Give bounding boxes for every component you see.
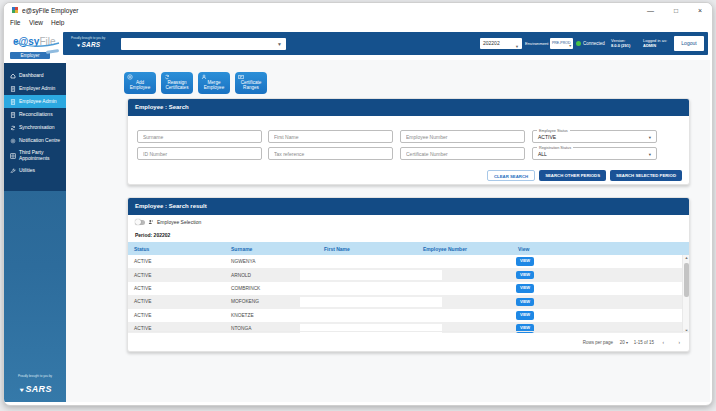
people-icon <box>148 219 154 225</box>
search-results-panel: Employee : Search result Employee Select… <box>127 197 690 352</box>
sidebar-item-employee-admin[interactable]: Employee Admin <box>4 95 66 108</box>
connected-status-icon <box>576 41 581 46</box>
search-selected-period-button[interactable]: SEARCH SELECTED PERIOD <box>610 170 682 181</box>
plus-circle-icon <box>127 74 133 80</box>
results-table-body: ACTIVENGWENYA VIEW ACTIVEARNOLD VIEW ACT… <box>128 255 689 333</box>
logged-in-info: Logged in as:ADMIN <box>643 38 667 48</box>
view-button[interactable]: VIEW <box>516 284 534 293</box>
tax-reference-input[interactable] <box>268 147 393 160</box>
app-icon <box>12 7 18 13</box>
table-row: ACTIVEMOFOKENG VIEW <box>128 295 689 308</box>
reassign-icon <box>164 74 170 80</box>
sidebar-item-utilities[interactable]: Utilities <box>4 164 66 177</box>
view-button[interactable]: VIEW <box>516 298 534 307</box>
close-button[interactable]: × <box>698 6 702 15</box>
add-employee-button[interactable]: AddEmployee <box>124 72 156 94</box>
employee-status-select[interactable]: Employee Status ACTIVE ▾ <box>532 130 657 143</box>
environment-label: Environment <box>525 41 549 46</box>
app-header: e@syFile Employer Proudly brought to you… <box>4 26 712 60</box>
sidebar: Dashboard Employer Admin Employee Admin … <box>4 63 66 402</box>
certificate-ranges-button[interactable]: CertificateRanges <box>235 72 267 94</box>
next-page-button[interactable]: › <box>679 340 681 345</box>
certificate-number-input[interactable] <box>400 147 525 160</box>
sidebar-item-dashboard[interactable]: Dashboard <box>4 69 66 82</box>
results-table-header: Status Surname First Name Employee Numbe… <box>128 242 689 255</box>
version-info: Version:8.0.0 (291) <box>611 38 630 48</box>
reassign-certificates-button[interactable]: ReassignCertificates <box>161 72 193 94</box>
first-name-input[interactable] <box>268 130 393 143</box>
chevron-down-icon: ▾ <box>649 152 651 157</box>
menu-help[interactable]: Help <box>51 19 64 26</box>
menu-file[interactable]: File <box>10 19 20 26</box>
sidebar-item-notification-centre[interactable]: Notification Centre <box>4 134 66 147</box>
previous-page-button[interactable]: ‹ <box>663 340 665 345</box>
menu-view[interactable]: View <box>29 19 43 26</box>
person-icon <box>201 74 207 80</box>
search-panel-title: Employee : Search <box>128 99 689 116</box>
header-blue-bar: Proudly brought to you by ▼SARS ▼ 202202… <box>63 32 708 55</box>
rows-per-page-select[interactable]: 20 ▾ <box>620 340 628 345</box>
sidebar-sars-logo: Proudly brought to you by ▼SARS <box>4 374 66 396</box>
sidebar-item-synchronisation[interactable]: Synchronisation <box>4 121 66 134</box>
chevron-down-icon: ▾ <box>626 340 628 345</box>
minimize-button[interactable]: — <box>647 6 654 15</box>
menu-bar: File View Help <box>4 17 712 26</box>
sync-icon <box>10 125 16 131</box>
scroll-up-icon: ▲ <box>683 255 689 260</box>
surname-input[interactable] <box>137 130 262 143</box>
toolbar: AddEmployee ReassignCertificates MergeEm… <box>124 72 267 94</box>
employer-select[interactable]: ▼ <box>121 38 286 50</box>
employee-search-panel: Employee : Search Employee Status ACTIVE… <box>127 98 690 185</box>
rows-per-page-label: Rows per page <box>583 340 613 345</box>
table-row: ACTIVENGWENYA VIEW <box>128 255 689 268</box>
results-panel-title: Employee : Search result <box>128 198 689 215</box>
logout-button[interactable]: Logout <box>674 36 704 51</box>
registration-status-select[interactable]: Registration Status ALL ▾ <box>532 147 657 160</box>
certificate-icon <box>238 74 244 80</box>
home-icon <box>10 73 16 79</box>
table-row: ACTIVEKNOETZE VIEW <box>128 309 689 322</box>
id-number-input[interactable] <box>137 147 262 160</box>
sidebar-item-reconciliations[interactable]: Reconciliations <box>4 108 66 121</box>
vertical-scrollbar[interactable]: ▲ ▼ <box>682 255 689 333</box>
gear-icon <box>10 138 16 144</box>
main-content: AddEmployee ReassignCertificates MergeEm… <box>66 60 710 402</box>
maximize-button[interactable]: □ <box>674 6 678 15</box>
chevron-down-icon: ▼ <box>515 41 519 52</box>
chevron-down-icon: ▾ <box>649 135 651 140</box>
window-title: e@syFile Employer <box>22 7 78 14</box>
employee-selection-toggle[interactable] <box>135 220 145 225</box>
document-icon <box>10 86 16 92</box>
period-label: Period: 202202 <box>135 232 170 238</box>
table-row: ACTIVECOMBRINCK VIEW <box>128 282 689 295</box>
search-other-periods-button[interactable]: SEARCH OTHER PERIODS <box>539 170 606 181</box>
merge-employee-button[interactable]: MergeEmployee <box>198 72 230 94</box>
employee-number-input[interactable] <box>400 130 525 143</box>
connection-status: Connected <box>583 41 605 46</box>
view-button[interactable]: VIEW <box>516 257 534 266</box>
table-row: ACTIVEARNOLD VIEW <box>128 268 689 281</box>
logo-swoosh <box>14 41 60 48</box>
environment-select[interactable]: PRE-PROD▼ <box>550 38 573 49</box>
redacted-area <box>300 270 442 280</box>
grid-icon <box>10 153 16 159</box>
clear-search-button[interactable]: CLEAR SEARCH <box>487 170 535 181</box>
view-button[interactable]: VIEW <box>516 271 534 280</box>
title-bar: e@syFile Employer — □ × <box>4 3 712 16</box>
chevron-down-icon: ▼ <box>569 41 572 52</box>
scrollbar-thumb <box>684 263 689 297</box>
view-button[interactable]: VIEW <box>516 311 534 320</box>
reconciliation-icon <box>10 112 16 118</box>
sars-logo: Proudly brought to you by ▼SARS <box>71 36 105 49</box>
app-window: e@syFile Employer — □ × File View Help e… <box>3 2 713 406</box>
period-select[interactable]: 202202▼ <box>480 38 522 49</box>
redacted-area <box>300 297 442 307</box>
sidebar-item-employer-admin[interactable]: Employer Admin <box>4 82 66 95</box>
employee-selection-label: Employee Selection <box>157 219 201 225</box>
pagination-range: 1-15 of 15 <box>634 340 654 345</box>
wrench-icon <box>10 168 16 174</box>
pagination-bar: Rows per page 20 ▾ 1-15 of 15 ‹ › <box>128 331 689 351</box>
employer-badge: Employer <box>10 52 50 59</box>
chevron-down-icon: ▼ <box>277 41 282 47</box>
sidebar-item-third-party-appointments[interactable]: Third Party Appointments <box>4 147 66 164</box>
